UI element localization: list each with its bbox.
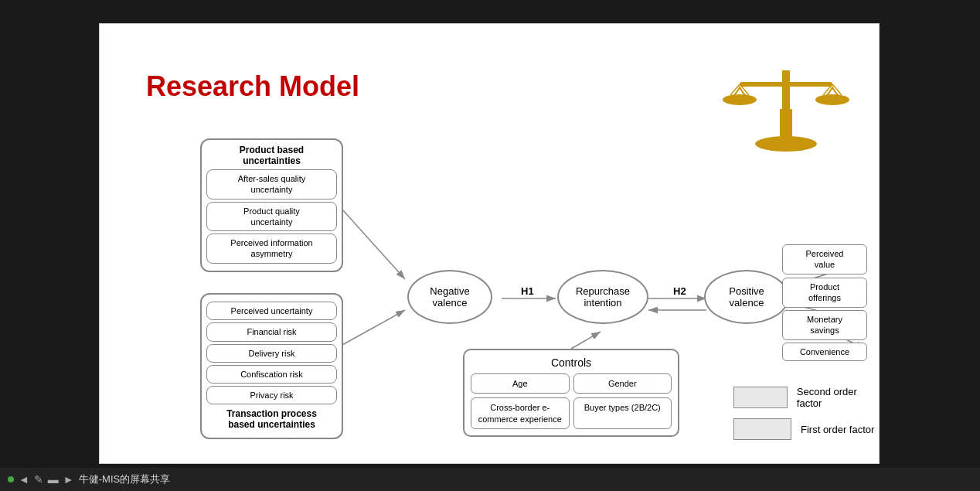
user-name: 牛健-MIS的屏幕共享 bbox=[79, 472, 170, 486]
financial-risk-box: Financial risk bbox=[206, 322, 337, 341]
svg-rect-12 bbox=[780, 109, 792, 144]
svg-line-1 bbox=[335, 310, 405, 349]
negative-valence-label: Negativevalence bbox=[430, 285, 469, 309]
confiscation-risk-box: Confiscation risk bbox=[206, 365, 337, 384]
h1-label: H1 bbox=[521, 285, 534, 297]
svg-line-0 bbox=[335, 202, 405, 279]
controls-title: Controls bbox=[471, 356, 672, 369]
perceived-uncertainty-box: Perceived uncertainty bbox=[206, 302, 337, 320]
h2-label: H2 bbox=[673, 285, 686, 297]
perceived-info-box: Perceived informationasymmetry bbox=[206, 234, 337, 264]
privacy-risk-box: Privacy risk bbox=[206, 386, 337, 404]
scale-icon bbox=[716, 39, 856, 155]
positive-valence-node: Positivevalence bbox=[704, 270, 789, 324]
gender-control: Gender bbox=[573, 373, 672, 394]
nav-left-icon[interactable]: ◄ bbox=[19, 473, 29, 486]
buyer-types-control: Buyer types (2B/2C) bbox=[573, 397, 672, 429]
second-order-box bbox=[733, 387, 788, 408]
svg-line-5 bbox=[571, 332, 601, 349]
transaction-based-title: Transaction processbased uncertainties bbox=[206, 408, 337, 430]
monetary-savings-outcome: Monetarysavings bbox=[782, 310, 867, 340]
positive-valence-label: Positivevalence bbox=[729, 285, 764, 309]
transaction-based-group: Perceived uncertainty Financial risk Del… bbox=[200, 293, 343, 439]
repurchase-intention-node: Repurchaseintention bbox=[557, 270, 648, 324]
repurchase-intention-label: Repurchaseintention bbox=[576, 285, 630, 309]
edit-icon[interactable]: ✎ bbox=[34, 473, 43, 486]
age-control: Age bbox=[471, 373, 570, 394]
product-offerings-outcome: Productofferings bbox=[782, 278, 867, 308]
nav-right-icon[interactable]: ► bbox=[63, 473, 74, 486]
product-based-title: Product baseduncertainties bbox=[206, 145, 337, 166]
second-order-label: Second order factor bbox=[797, 386, 879, 409]
after-sales-box: After-sales qualityuncertainty bbox=[206, 169, 337, 199]
legend-second-order: Second order factor bbox=[733, 386, 879, 409]
legend-first-order: First order factor bbox=[733, 418, 874, 440]
status-dot bbox=[8, 476, 14, 482]
product-quality-box: Product qualityuncertainty bbox=[206, 202, 337, 232]
slide-title: Research Model bbox=[146, 70, 359, 103]
bottom-bar: ◄ ✎ ▬ ► 牛健-MIS的屏幕共享 bbox=[0, 468, 980, 491]
first-order-box bbox=[733, 418, 791, 440]
controls-container: Controls Age Gender Cross-border e-comme… bbox=[463, 349, 679, 437]
delivery-risk-box: Delivery risk bbox=[206, 344, 337, 363]
convenience-outcome: Convenience bbox=[782, 343, 867, 361]
svg-point-15 bbox=[723, 94, 757, 105]
product-based-group: Product baseduncertainties After-sales q… bbox=[200, 138, 343, 272]
ecommerce-exp-control: Cross-border e-commerce experience bbox=[471, 397, 570, 429]
negative-valence-node: Negativevalence bbox=[407, 270, 492, 324]
svg-point-16 bbox=[815, 94, 849, 105]
perceived-value-outcome: Perceivedvalue bbox=[782, 244, 867, 274]
list-icon[interactable]: ▬ bbox=[48, 473, 59, 486]
first-order-label: First order factor bbox=[801, 424, 874, 435]
svg-rect-14 bbox=[782, 70, 790, 113]
